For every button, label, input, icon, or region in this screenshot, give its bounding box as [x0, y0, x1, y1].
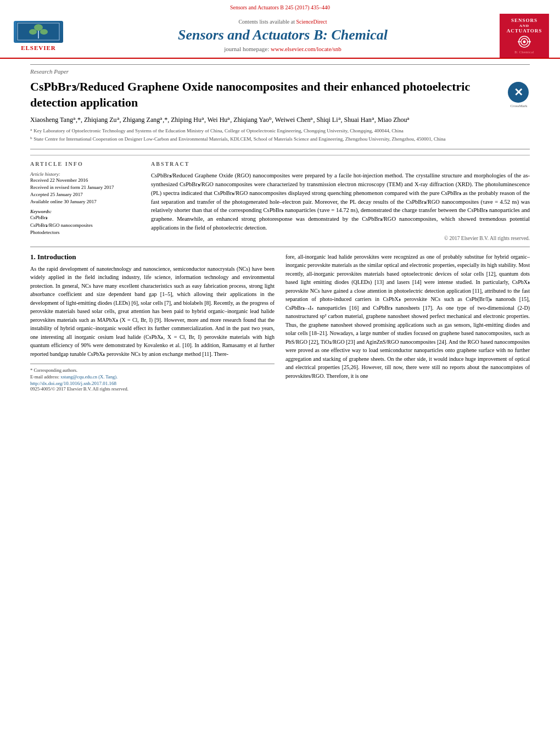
- svg-point-8: [523, 41, 525, 43]
- footnote-corresponding: * Corresponding authors.: [30, 367, 275, 374]
- article-info-heading: ARTICLE INFO: [30, 161, 140, 167]
- page: Sensors and Actuators B 245 (2017) 435–4…: [0, 0, 560, 742]
- article-title: CsPbBr₃/Reduced Graphene Oxide nanocompo…: [30, 79, 497, 110]
- intro-heading: 1. Introduction: [30, 253, 275, 261]
- footnote-area: * Corresponding authors. E-mail address:…: [30, 364, 275, 393]
- sciencedirect-link[interactable]: ScienceDirect: [296, 19, 327, 25]
- journal-citation: Sensors and Actuators B 245 (2017) 435–4…: [230, 4, 330, 10]
- footnote-email-value[interactable]: xstang@cqu.edu.cn (X. Tang).: [60, 374, 117, 380]
- journal-main-title: Sensors and Actuators B: Chemical: [66, 27, 500, 43]
- sensors-logo-subtitle: B: Chemical: [514, 51, 534, 54]
- elsevier-text: ELSEVIER: [21, 44, 56, 51]
- svg-point-4: [40, 29, 48, 35]
- keyword-1: CsPbBr₃: [30, 214, 140, 222]
- copyright: © 2017 Elsevier B.V. All rights reserved…: [151, 236, 530, 241]
- received-revised-date: Received in revised form 21 January 2017: [30, 185, 140, 190]
- intro-text-col2: fore, all-inorganic lead halide perovski…: [285, 253, 530, 381]
- article-info-column: ARTICLE INFO Article history: Received 2…: [30, 161, 140, 241]
- footnote-issn: 0925-4005/© 2017 Elsevier B.V. All right…: [30, 386, 275, 393]
- keyword-3: Photodetectors: [30, 229, 140, 237]
- accepted-date: Accepted 25 January 2017: [30, 192, 140, 197]
- body-col-right: fore, all-inorganic lead halide perovski…: [285, 253, 530, 393]
- sensors-logo-text: SENSORS and ACTUATORS: [507, 18, 542, 34]
- received-date: Received 22 November 2016: [30, 177, 140, 183]
- content-area: Research Paper CsPbBr₃/Reduced Graphene …: [0, 59, 560, 398]
- journal-homepage-url[interactable]: www.elsevier.com/locate/snb: [271, 46, 341, 52]
- affiliations: ᵃ Key Laboratory of Optoelectronic Techn…: [30, 127, 530, 149]
- affiliation-a: ᵃ Key Laboratory of Optoelectronic Techn…: [30, 127, 530, 135]
- body-col-left: 1. Introduction As the rapid development…: [30, 253, 275, 393]
- affiliation-b: ᵇ State Centre for International Coopera…: [30, 136, 530, 143]
- article-history-label: Article history:: [30, 171, 140, 177]
- journal-center: Contents lists available at ScienceDirec…: [66, 19, 500, 53]
- sensors-logo-icon: [513, 34, 535, 51]
- abstract-heading: ABSTRACT: [151, 161, 530, 167]
- contents-label: Contents lists available at: [238, 19, 294, 25]
- article-type-label: Research Paper: [30, 64, 530, 75]
- elsevier-logo: ELSEVIER: [11, 19, 66, 52]
- crossmark: ✕ CrossMark: [508, 82, 530, 104]
- crossmark-icon: ✕: [508, 82, 529, 103]
- keyword-2: CsPbBr₃/RGO nanocomposites: [30, 222, 140, 230]
- journal-homepage-label: journal homepage: www.elsevier.com/locat…: [66, 46, 500, 52]
- article-info-abstract-row: ARTICLE INFO Article history: Received 2…: [30, 155, 530, 241]
- abstract-column: ABSTRACT CsPbBr₃/Reduced Graphene Oxide …: [151, 161, 530, 241]
- keywords-label: Keywords:: [30, 209, 140, 214]
- section-divider: [30, 247, 530, 247]
- footnote-email-label: E-mail address:: [30, 374, 59, 380]
- journal-title-row: ELSEVIER Contents lists available at Sci…: [0, 14, 560, 58]
- sensors-actuators-logo: SENSORS and ACTUATORS B: Chemical: [500, 14, 549, 58]
- intro-text-col1: As the rapid development of nanotechnolo…: [30, 265, 275, 359]
- abstract-text: CsPbBr₃/Reduced Graphene Oxide (RGO) nan…: [151, 171, 530, 232]
- journal-header: Sensors and Actuators B 245 (2017) 435–4…: [0, 0, 560, 59]
- available-date: Available online 30 January 2017: [30, 199, 140, 204]
- footnote-email: E-mail address: xstang@cqu.edu.cn (X. Ta…: [30, 374, 275, 381]
- svg-point-3: [29, 29, 37, 35]
- body-two-column: 1. Introduction As the rapid development…: [30, 253, 530, 393]
- authors: Xiaosheng Tangᵃ,*, Zhiqiang Zuᵃ, Zhigang…: [30, 116, 530, 124]
- journal-top-bar: Sensors and Actuators B 245 (2017) 435–4…: [0, 4, 560, 10]
- footnote-doi[interactable]: http://dx.doi.org/10.1016/j.snb.2017.01.…: [30, 381, 275, 386]
- article-title-row: CsPbBr₃/Reduced Graphene Oxide nanocompo…: [30, 79, 530, 110]
- elsevier-logo-image: [14, 21, 63, 43]
